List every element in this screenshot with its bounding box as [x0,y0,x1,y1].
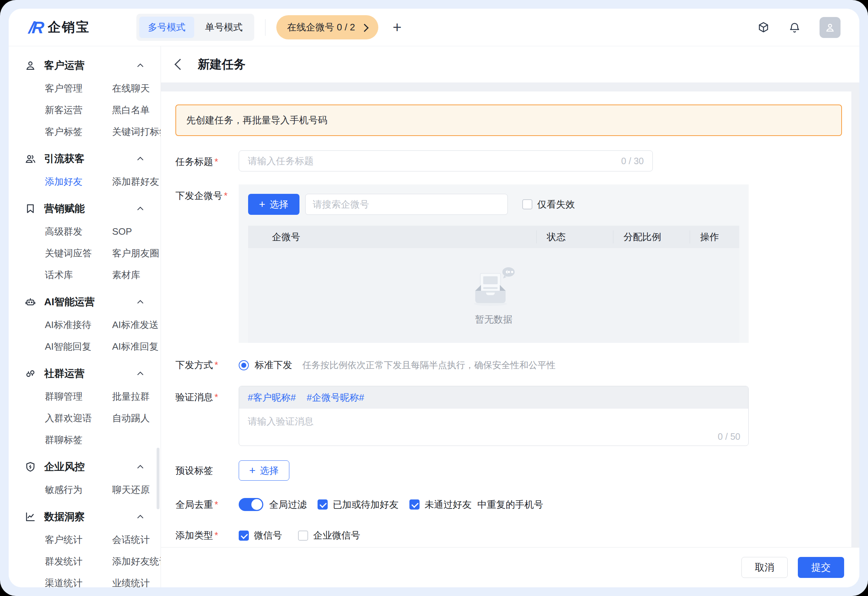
required-asterisk: * [214,360,218,370]
sidebar-item[interactable]: 新客运营 [45,99,112,121]
tag-account-nickname[interactable]: #企微号昵称# [307,391,364,404]
account-select-panel: +选择 请搜索企微号 仅看失效 [239,184,748,343]
sidebar-item[interactable]: 高级群发 [45,221,112,242]
sidebar-item[interactable]: AI标准发送 [112,314,159,336]
select-account-button[interactable]: +选择 [248,194,300,215]
sidebar-item[interactable]: 黑白名单 [112,99,161,121]
online-account-pill[interactable]: 在线企微号 0 / 2 [276,15,378,40]
sidebar-item[interactable]: 入群欢迎语 [45,407,112,429]
sidebar-item[interactable]: 批量拉群 [112,385,154,407]
sidebar-section-acquisition[interactable]: 引流获客 [9,147,161,171]
only-invalid-label: 仅看失效 [537,198,575,211]
chevron-up-icon [136,512,145,521]
sidebar-section-risk-control[interactable]: 企业风控 [9,455,161,479]
sidebar-section-items: 群聊管理 批量拉群 入群欢迎语 自动踢人 群聊标签 [9,385,161,451]
chevron-up-icon [136,155,145,163]
sidebar-item[interactable]: 在线聊天 [112,77,161,99]
radio-label[interactable]: 标准下发 [255,359,292,372]
sidebar-item[interactable]: 客户统计 [45,529,112,550]
account-search-input[interactable]: 请搜索企微号 [305,194,508,215]
online-account-pill-label: 在线企微号 0 / 2 [287,21,355,34]
sidebar-item[interactable]: 群发统计 [45,550,112,572]
chevron-up-icon [136,463,145,471]
robot-icon [25,296,36,308]
sidebar-item[interactable]: SOP [112,221,159,242]
sidebar-item[interactable]: 群聊标签 [45,429,112,451]
sidebar-item[interactable]: 添加好友统计 [112,550,161,572]
sidebar-item[interactable]: 话术库 [45,264,112,286]
sidebar-item[interactable]: 客户管理 [45,77,112,99]
sidebar-section-label: 社群运营 [44,367,85,381]
sidebar-item[interactable]: AI标准回复 [112,336,159,357]
sidebar-item[interactable]: 渠道统计 [45,572,112,587]
chevron-up-icon [136,298,145,306]
sidebar-section-customer-ops[interactable]: 客户运营 [9,53,161,77]
submit-button[interactable]: 提交 [798,557,844,578]
sidebar-item[interactable]: AI标准接待 [45,314,112,336]
back-icon[interactable] [174,59,186,70]
tab-single-account-mode[interactable]: 单号模式 [196,17,251,38]
sidebar-item[interactable]: 聊天还原 [112,479,154,500]
sidebar-section-ai-ops[interactable]: AI智能运营 [9,290,161,314]
field-task-title: 任务标题* 请输入任务标题 0 / 30 [176,150,842,171]
tab-multi-account-mode[interactable]: 多号模式 [139,17,194,38]
sidebar-section-community[interactable]: 社群运营 [9,361,161,385]
chevron-right-icon [360,24,369,32]
sidebar-item[interactable]: 素材库 [112,264,159,286]
global-filter-label: 全局过滤 [269,499,307,511]
bell-icon[interactable] [788,21,801,34]
top-header: /R 企销宝 多号模式 单号模式 在线企微号 0 / 2 + [9,9,859,46]
add-account-button[interactable]: + [393,20,402,35]
verify-message-textarea[interactable]: 请输入验证消息 0 / 50 [239,409,748,446]
field-preset-tags: 预设标签 +选择 [176,460,842,481]
select-preset-tag-button[interactable]: +选择 [239,460,289,481]
main-panel: 新建任务 先创建任务，再批量导入手机号码 任务标题* 请输入任务标题 0 / 3… [161,46,859,587]
task-title-placeholder: 请输入任务标题 [248,155,314,167]
sidebar-item-add-friend-active[interactable]: 添加好友 [45,171,112,192]
info-banner: 先创建任务，再批量导入手机号码 [176,105,842,136]
task-title-input[interactable]: 请输入任务标题 0 / 30 [239,150,653,171]
sidebar-item[interactable]: AI智能回复 [45,336,112,357]
global-filter-toggle-on[interactable] [239,498,263,511]
dedupe-checkbox-added[interactable]: 已加或待加好友 [317,499,399,511]
only-invalid-checkbox[interactable]: 仅看失效 [522,198,575,211]
addtype-checkbox-wechat[interactable]: 微信号 [239,529,282,542]
sidebar-item[interactable]: 自动踢人 [112,407,154,429]
field-dispatch-accounts: 下发企微号* +选择 请搜索企微号 仅 [176,184,842,343]
sidebar-item[interactable]: 群聊管理 [45,385,112,407]
sidebar-section-label: 引流获客 [44,152,85,166]
sidebar-section-marketing[interactable]: 营销赋能 [9,197,161,221]
sidebar-item[interactable]: 会话统计 [112,529,161,550]
sidebar-item[interactable]: 客户标签 [45,121,112,143]
sidebar-section-data-insight[interactable]: 数据洞察 [9,505,161,529]
sidebar-section-items: AI标准接待 AI标准发送 AI智能回复 AI标准回复 [9,314,161,357]
sidebar-scrollbar[interactable] [156,448,159,509]
required-asterisk: * [214,392,218,403]
sidebar-item[interactable]: 客户朋友圈 [112,242,159,264]
addtype-checkbox-work-wechat[interactable]: 企业微信号 [298,529,360,542]
dedupe-checkbox-not-passed[interactable]: 未通过好友 [409,499,472,511]
col-header-action: 操作 [690,230,739,243]
radio-standard-dispatch-selected[interactable] [239,360,249,370]
header-divider [265,19,266,36]
shield-icon [25,461,36,473]
form-footer: 取消 提交 [161,547,859,587]
bookmark-icon [25,203,36,214]
cancel-button[interactable]: 取消 [741,557,788,578]
sidebar-item[interactable]: 添加群好友 [112,171,159,192]
checkbox-checked-icon [409,499,419,510]
users-icon [25,153,36,165]
mode-tab-group: 多号模式 单号模式 [136,14,254,41]
cube-icon[interactable] [757,21,770,34]
sidebar-item[interactable]: 敏感行为 [45,479,112,500]
col-header-status: 状态 [537,230,613,243]
sidebar-item[interactable]: 业绩统计 [112,572,161,587]
plus-icon: + [249,465,256,476]
sidebar-item[interactable]: 关键词应答 [45,242,112,264]
sidebar-item[interactable]: 关键词打标签 [112,121,161,143]
verify-tag-bar: #客户昵称# #企微号昵称# [239,386,748,409]
user-avatar[interactable] [819,17,840,38]
tag-customer-nickname[interactable]: #客户昵称# [248,391,296,404]
account-table: 企微号 状态 分配比例 操作 [248,226,739,343]
required-asterisk: * [224,190,227,201]
